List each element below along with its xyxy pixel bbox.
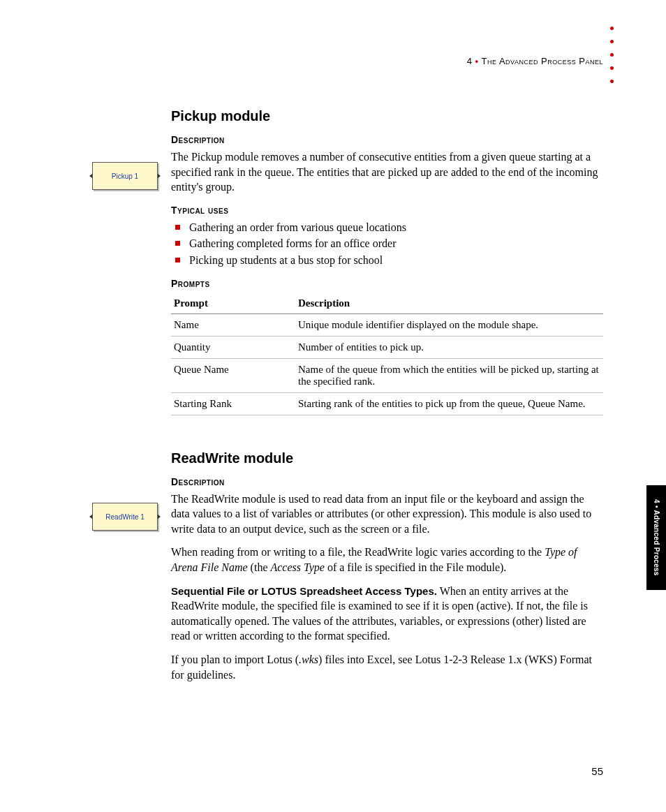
- list-item: Gathering an order from various queue lo…: [171, 220, 603, 235]
- readwrite-p2: When reading from or writing to a file, …: [171, 545, 603, 575]
- header-sep: •: [475, 56, 479, 66]
- decorative-dots: [610, 27, 614, 83]
- readwrite-p3: Sequential File or LOTUS Spreadsheet Acc…: [171, 584, 603, 644]
- pickup-uses-list: Gathering an order from various queue lo…: [171, 220, 603, 268]
- table-row: QuantityNumber of entities to pick up.: [171, 336, 603, 358]
- pickup-desc-heading: Description: [171, 134, 603, 145]
- pickup-prompts-heading: Prompts: [171, 278, 603, 289]
- readwrite-desc-heading: Description: [171, 476, 603, 487]
- pickup-shape-label: Pickup 1: [112, 172, 138, 180]
- table-row: Queue NameName of the queue from which t…: [171, 358, 603, 392]
- page-header: 4 • The Advanced Process Panel: [91, 56, 603, 66]
- pickup-uses-heading: Typical uses: [171, 205, 603, 216]
- readwrite-shape-label: ReadWrite 1: [105, 513, 144, 521]
- pickup-title: Pickup module: [171, 108, 603, 124]
- list-item: Gathering completed forms for an office …: [171, 236, 603, 251]
- readwrite-title: ReadWrite module: [171, 450, 603, 466]
- col-prompt: Prompt: [171, 293, 295, 314]
- page-number: 55: [591, 765, 603, 777]
- list-item: Picking up students at a bus stop for sc…: [171, 253, 603, 268]
- readwrite-p4: If you plan to import Lotus (.wks) files…: [171, 652, 603, 682]
- readwrite-p1: The ReadWrite module is used to read dat…: [171, 492, 603, 537]
- pickup-desc-body: The Pickup module removes a number of co…: [171, 149, 603, 195]
- table-row: NameUnique module identifier displayed o…: [171, 313, 603, 336]
- pickup-module-shape: Pickup 1: [92, 162, 158, 190]
- col-description: Description: [295, 293, 603, 314]
- table-row: Starting RankStarting rank of the entiti…: [171, 392, 603, 415]
- chapter-title: The Advanced Process Panel: [482, 56, 603, 66]
- side-tab: 4 • Advanced Process: [646, 485, 666, 590]
- chapter-number: 4: [467, 56, 473, 66]
- readwrite-module-shape: ReadWrite 1: [92, 503, 158, 531]
- pickup-prompts-table: Prompt Description NameUnique module ide…: [171, 293, 603, 415]
